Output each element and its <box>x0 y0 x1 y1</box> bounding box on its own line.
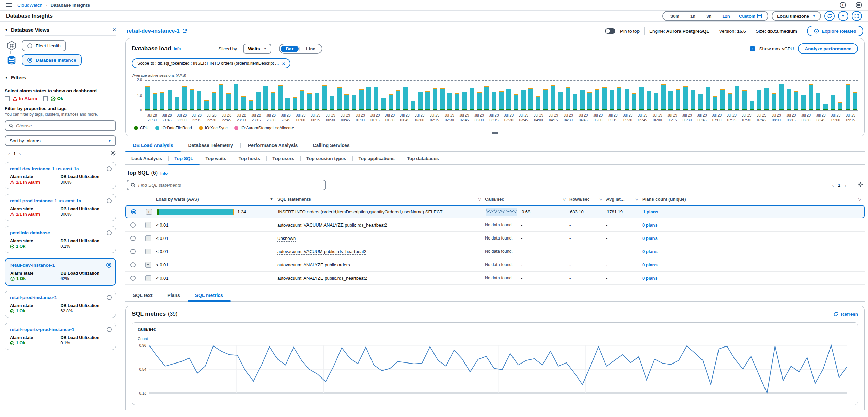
instance-card[interactable]: retail-reports-prod-instance-1Alarm stat… <box>5 323 116 350</box>
table-row[interactable]: +< 0.01autovacuum: ANALYZE public.orders… <box>125 258 865 272</box>
instance-radio[interactable] <box>106 263 111 268</box>
plans-count-link[interactable]: 1 plans <box>643 209 658 214</box>
instance-name-link[interactable]: retail-prod-instance-1 <box>10 295 111 300</box>
instance-card[interactable]: retail-dev-instance-1Alarm stateDB Load … <box>5 258 116 286</box>
instance-radio[interactable] <box>107 166 112 171</box>
expand-row-icon[interactable]: + <box>145 249 151 254</box>
pin-to-top-toggle[interactable] <box>605 28 615 34</box>
instance-radio[interactable] <box>107 327 112 332</box>
tab-calling-services[interactable]: Calling Services <box>305 140 357 151</box>
time-range-custom[interactable]: Custom <box>736 14 766 19</box>
column-header-plans-count-unique-[interactable]: Plans count (unique)▽ <box>642 197 865 202</box>
top-sql-info-link[interactable]: Info <box>160 171 168 175</box>
table-row[interactable]: +< 0.01autovacuum: VACUUM public.rds_hea… <box>125 245 865 258</box>
column-filter-icon[interactable]: ▽ <box>600 197 602 201</box>
instance-card[interactable]: retail-prod-instance-1Alarm stateDB Load… <box>5 291 116 318</box>
table-settings-gear-icon[interactable] <box>857 182 863 188</box>
subtab-top-sql[interactable]: Top SQL <box>168 153 199 164</box>
expand-row-icon[interactable]: + <box>146 209 152 215</box>
subtab-top-databases[interactable]: Top databases <box>401 153 445 164</box>
fullscreen-button[interactable] <box>852 11 862 21</box>
column-header-load-by-waits-aas-[interactable]: Load by waits (AAS)▼ <box>156 196 277 202</box>
sql-statement-link[interactable]: autovacuum: ANALYZE public.rds_heartbeat… <box>277 276 367 281</box>
view-toggle-bar[interactable]: Bar <box>281 46 299 52</box>
sql-statement-link[interactable]: INSERT INTO orders (orderId,itemDescript… <box>278 209 446 215</box>
column-header-avg-lat-[interactable]: Avg lat...▽ <box>606 196 642 202</box>
time-range-1h[interactable]: 1h <box>685 14 701 19</box>
timezone-dropdown[interactable]: Local timezone ▼ <box>772 11 821 21</box>
instance-title-link[interactable]: retail-dev-instance-1 <box>127 28 187 34</box>
row-radio[interactable] <box>130 276 136 281</box>
instance-card[interactable]: retail-prod-instance-1-us-east-1aAlarm s… <box>5 194 116 221</box>
collapse-triangle-icon[interactable]: ▼ <box>5 76 8 79</box>
tab-db-load-analysis[interactable]: DB Load Analysis <box>125 140 181 151</box>
plans-count-link[interactable]: 0 plans <box>642 249 658 254</box>
time-range-12h[interactable]: 12h <box>717 14 735 19</box>
tab-sql-text[interactable]: SQL text <box>125 290 160 301</box>
instance-radio[interactable] <box>107 295 112 300</box>
in-alarm-checkbox[interactable] <box>5 96 10 101</box>
subtab-top-users[interactable]: Top users <box>266 153 300 164</box>
sidebar-prev-page[interactable]: ‹ <box>5 151 13 157</box>
column-header-rows-sec[interactable]: Rows/sec▽ <box>569 196 606 202</box>
tab-sql-metrics[interactable]: SQL metrics <box>188 290 231 301</box>
sort-by-select[interactable]: Sort by: alarms ▼ <box>5 135 116 146</box>
plans-count-link[interactable]: 0 plans <box>642 276 658 281</box>
column-header-sql-statements[interactable]: SQL statements▽ <box>277 196 485 202</box>
plans-count-link[interactable]: 0 plans <box>642 222 658 228</box>
instance-card[interactable]: petclinic-databaseAlarm stateDB Load Uti… <box>5 226 116 253</box>
row-radio[interactable] <box>130 249 136 254</box>
column-filter-icon[interactable]: ▽ <box>858 197 861 201</box>
refresh-options-button[interactable]: ▼ <box>838 11 848 21</box>
time-range-3h[interactable]: 3h <box>701 14 717 19</box>
explore-related-button[interactable]: Explore Related <box>807 26 863 36</box>
table-row[interactable]: +1.24INSERT INTO orders (orderId,itemDes… <box>125 205 865 218</box>
time-range-30m[interactable]: 30m <box>665 14 685 19</box>
db-load-chart[interactable]: 2.01.00 <box>132 79 858 111</box>
table-row[interactable]: +< 0.01UnknownNo data found.---0 plans <box>125 232 865 245</box>
ok-checkbox[interactable] <box>43 96 48 101</box>
column-filter-icon[interactable]: ▽ <box>563 197 566 201</box>
close-icon[interactable]: × <box>112 27 116 33</box>
database-load-info-link[interactable]: Info <box>174 47 181 51</box>
expand-row-icon[interactable]: + <box>145 222 151 228</box>
choose-filter-input[interactable] <box>16 123 112 128</box>
instance-radio[interactable] <box>107 198 112 203</box>
sql-statement-link[interactable]: autovacuum: VACUUM ANALYZE public.rds_he… <box>277 222 387 228</box>
info-icon[interactable]: i <box>840 2 846 8</box>
sidebar-next-page[interactable]: › <box>16 151 25 157</box>
row-radio[interactable] <box>131 209 136 214</box>
tab-performance-analysis[interactable]: Performance Analysis <box>240 140 305 151</box>
instance-name-link[interactable]: retail-reports-prod-instance-1 <box>10 327 111 332</box>
breadcrumb-cloudwatch[interactable]: CloudWatch <box>17 3 42 8</box>
find-sql-input[interactable] <box>138 183 322 188</box>
remove-scope-icon[interactable]: × <box>282 61 285 66</box>
view-option-fleet-health[interactable]: Fleet Health <box>22 40 66 51</box>
expand-row-icon[interactable]: + <box>145 275 151 281</box>
sliced-by-dropdown[interactable]: Waits▼ <box>243 44 271 54</box>
sql-statement-link[interactable]: autovacuum: ANALYZE public.orders <box>277 262 350 268</box>
table-row[interactable]: +< 0.01autovacuum: ANALYZE public.rds_he… <box>125 272 865 285</box>
expand-row-icon[interactable]: + <box>145 235 151 241</box>
column-filter-icon[interactable]: ▽ <box>478 197 481 201</box>
hamburger-menu-icon[interactable] <box>6 3 12 7</box>
show-max-vcpu-checkbox[interactable]: ✓ <box>750 46 755 51</box>
instance-name-link[interactable]: petclinic-database <box>10 230 111 235</box>
refresh-button[interactable] <box>824 11 835 21</box>
gear-icon[interactable] <box>110 150 116 157</box>
instance-name-link[interactable]: retail-dev-instance-1 <box>10 263 111 268</box>
column-header-calls-sec[interactable]: Calls/sec▽ <box>485 196 569 202</box>
sql-statement-link[interactable]: Unknown <box>277 236 296 242</box>
instance-name-link[interactable]: retail-dev-instance-1-us-east-1a <box>10 166 111 171</box>
subtab-lock-analysis[interactable]: Lock Analysis <box>125 153 168 164</box>
analyze-performance-button[interactable]: Analyze performance <box>798 43 858 54</box>
tab-plans[interactable]: Plans <box>160 290 187 301</box>
tab-database-telemetry[interactable]: Database Telemetry <box>181 140 240 151</box>
plans-count-link[interactable]: 0 plans <box>642 262 658 267</box>
table-prev-page[interactable]: ‹ <box>829 182 836 188</box>
view-option-database-instance[interactable]: Database Instance <box>22 54 82 66</box>
row-radio[interactable] <box>130 236 136 241</box>
expand-row-icon[interactable]: + <box>145 262 151 268</box>
instance-card[interactable]: retail-dev-instance-1-us-east-1aAlarm st… <box>5 162 116 189</box>
view-toggle-line[interactable]: Line <box>301 46 321 52</box>
